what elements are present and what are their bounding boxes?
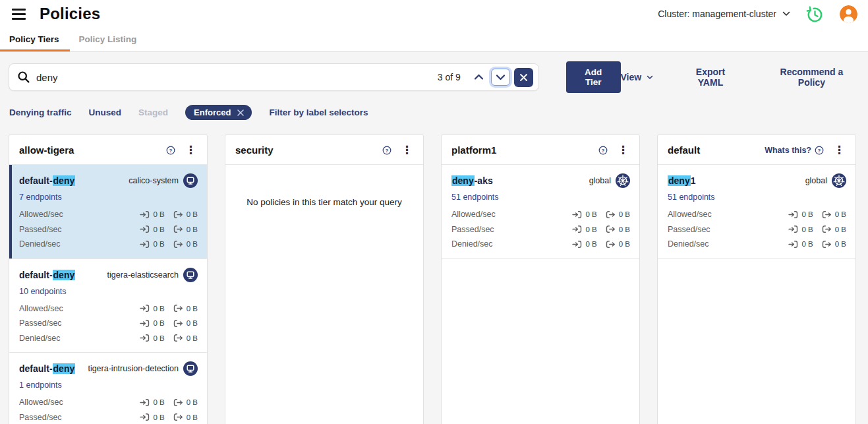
search-clear-button[interactable]	[514, 68, 533, 87]
ingress-value: 0 B	[153, 305, 164, 313]
policy-scope-label: tigera-intrusion-detection	[88, 364, 179, 373]
recommend-policy-button[interactable]: Recommend a Policy	[768, 67, 855, 88]
cluster-selector-label: Cluster: management-cluster	[658, 9, 776, 19]
egress-icon	[173, 304, 183, 313]
stat-label: Allowed/sec	[451, 210, 496, 219]
user-avatar-button[interactable]	[840, 5, 857, 23]
tier-body: deny-aks global	[442, 165, 639, 259]
ingress-value: 0 B	[153, 319, 164, 327]
chevron-up-icon	[474, 74, 484, 80]
endpoints-link[interactable]: 1 endpoints	[19, 380, 62, 390]
stat-label: Passed/sec	[19, 318, 62, 328]
policy-name: default-deny	[19, 270, 75, 280]
search-input[interactable]	[36, 72, 438, 83]
policy-scope: global	[589, 173, 630, 188]
stat-row: Passed/sec 0 B 0 B	[19, 316, 198, 331]
filter-chip-enforced[interactable]: Enforced	[185, 105, 252, 120]
egress-icon	[822, 240, 832, 249]
endpoints-link[interactable]: 51 endpoints	[668, 193, 715, 202]
tier-menu-icon[interactable]: ⋮	[397, 143, 417, 157]
policy-card[interactable]: default-deny calico-system 7 endpoints A…	[9, 165, 207, 259]
tab-bar: Policy Tiers Policy Listing	[0, 28, 868, 52]
ingress-icon	[572, 210, 582, 219]
filter-denying-traffic[interactable]: Denying traffic	[9, 107, 72, 117]
policy-stats: Allowed/sec 0 B 0 B	[19, 395, 198, 424]
endpoints-link[interactable]: 7 endpoints	[19, 193, 62, 202]
ingress-value: 0 B	[801, 240, 813, 248]
search-next-button[interactable]	[491, 69, 510, 86]
stat-row: Allowed/sec 0 B 0 B	[451, 207, 630, 222]
content-area: 3 of 9 Add Tier	[0, 52, 868, 424]
egress-icon	[173, 240, 183, 249]
egress-icon	[173, 225, 183, 233]
tier-menu-icon[interactable]: ⋮	[830, 143, 849, 157]
add-tier-button[interactable]: Add Tier	[566, 61, 621, 93]
view-dropdown[interactable]: View	[621, 72, 654, 82]
kubernetes-icon	[832, 173, 846, 188]
whats-this-link[interactable]: ?	[595, 146, 608, 155]
policy-card[interactable]: default-deny tigera-intrusion-detection …	[9, 353, 207, 424]
stat-row: Allowed/sec 0 B 0 B	[19, 395, 198, 410]
ingress-value: 0 B	[585, 226, 596, 233]
ingress-icon	[140, 319, 150, 328]
chip-close-icon[interactable]	[237, 109, 245, 117]
question-circle-icon: ?	[382, 146, 391, 155]
egress-value: 0 B	[835, 226, 846, 233]
menu-icon[interactable]	[11, 7, 27, 21]
search-icon	[17, 71, 30, 84]
egress-value: 0 B	[187, 413, 198, 421]
toolbar-links: View Export YAML Recommend a Policy	[621, 67, 859, 88]
tier-menu-icon[interactable]: ⋮	[181, 143, 200, 157]
tier-column-default: default Whats this? ? ⋮ deny1 global	[657, 135, 856, 424]
policy-scope: calico-system	[129, 173, 198, 188]
policy-name: deny-aks	[451, 175, 493, 186]
policy-card[interactable]: deny-aks global	[442, 165, 639, 259]
egress-value: 0 B	[187, 334, 198, 342]
egress-icon	[606, 210, 616, 219]
tab-policy-listing[interactable]: Policy Listing	[70, 28, 148, 51]
tier-header: platform1 ? ⋮	[442, 135, 639, 165]
search-prev-button[interactable]	[469, 71, 488, 84]
egress-value: 0 B	[187, 319, 198, 327]
close-icon	[519, 73, 528, 82]
tier-name: default	[668, 144, 700, 156]
stat-row: Allowed/sec 0 B 0 B	[19, 207, 198, 222]
egress-value: 0 B	[835, 240, 846, 248]
svg-text:?: ?	[818, 147, 821, 153]
filter-filter-by-label-selectors[interactable]: Filter by label selectors	[269, 107, 368, 117]
stat-label: Passed/sec	[451, 225, 494, 234]
whats-this-link[interactable]: ?	[163, 146, 175, 155]
stat-label: Allowed/sec	[19, 210, 63, 219]
question-circle-icon: ?	[815, 146, 824, 155]
topbar-right: Cluster: management-cluster	[658, 5, 857, 23]
cluster-selector[interactable]: Cluster: management-cluster	[658, 9, 790, 19]
policy-name: deny1	[668, 175, 695, 186]
endpoints-link[interactable]: 10 endpoints	[19, 287, 67, 296]
egress-icon	[173, 413, 183, 421]
egress-value: 0 B	[619, 210, 630, 218]
export-yaml-button[interactable]: Export YAML	[683, 67, 738, 88]
whats-this-link[interactable]: ?	[379, 146, 391, 155]
egress-value: 0 B	[187, 210, 198, 218]
svg-text:?: ?	[169, 147, 173, 153]
namespace-icon	[183, 361, 198, 376]
policy-stats: Allowed/sec 0 B 0 B	[19, 207, 198, 252]
view-label: View	[621, 72, 642, 82]
policy-card[interactable]: deny1 global	[658, 165, 855, 259]
stat-row: Passed/sec 0 B 0 B	[451, 222, 630, 237]
egress-value: 0 B	[187, 305, 198, 313]
tab-policy-tiers[interactable]: Policy Tiers	[0, 28, 70, 51]
tier-menu-icon[interactable]: ⋮	[614, 143, 633, 157]
filter-unused[interactable]: Unused	[89, 107, 122, 117]
tier-header: allow-tigera ? ⋮	[9, 135, 207, 165]
history-restore-button[interactable]	[806, 5, 824, 23]
policy-card[interactable]: default-deny tigera-elasticsearch 10 end…	[9, 259, 207, 353]
whats-this-link[interactable]: Whats this? ?	[765, 146, 824, 155]
ingress-value: 0 B	[801, 210, 813, 218]
namespace-icon	[183, 268, 198, 282]
search-match-highlight: deny	[53, 270, 76, 280]
endpoints-link[interactable]: 51 endpoints	[451, 193, 499, 202]
policy-scope-label: tigera-elasticsearch	[107, 270, 179, 280]
stat-row: Denied/sec 0 B 0 B	[19, 237, 198, 252]
policies-page: Policies Cluster: management-cluster	[0, 0, 868, 424]
